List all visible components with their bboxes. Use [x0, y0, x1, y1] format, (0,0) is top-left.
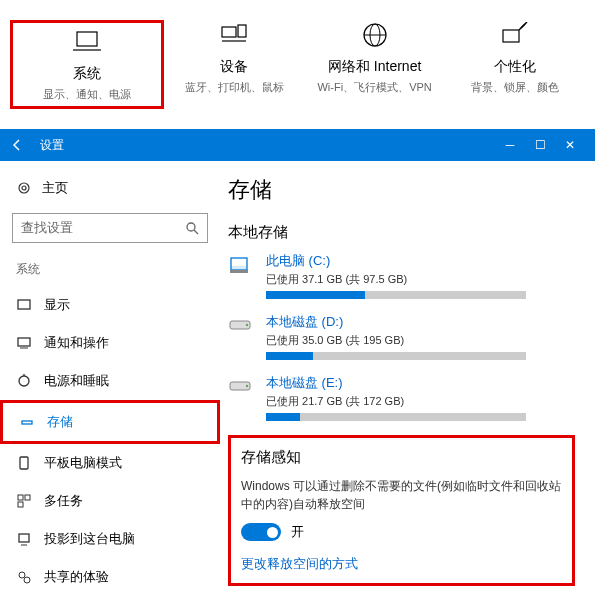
- nav-label: 存储: [47, 413, 73, 431]
- category-sub: 背景、锁屏、颜色: [445, 80, 585, 95]
- usage-bar: [266, 291, 526, 299]
- category-personalization[interactable]: 个性化 背景、锁屏、颜色: [445, 20, 585, 109]
- storage-sense-heading: 存储感知: [241, 448, 562, 467]
- drive-name: 本地磁盘 (D:): [266, 313, 575, 331]
- change-free-space-link[interactable]: 更改释放空间的方式: [241, 555, 562, 573]
- svg-rect-23: [25, 495, 30, 500]
- nav-label: 共享的体验: [44, 568, 109, 586]
- home-link[interactable]: 主页: [0, 173, 220, 203]
- svg-point-18: [19, 376, 29, 386]
- svg-rect-33: [230, 270, 248, 273]
- back-button[interactable]: [10, 138, 30, 152]
- search-icon: [185, 221, 199, 235]
- svg-rect-16: [18, 338, 30, 346]
- sidebar-item-7[interactable]: 共享的体验: [0, 558, 220, 594]
- globe-icon: [305, 20, 445, 50]
- content-pane: 存储 本地存储 此电脑 (C:)已使用 37.1 GB (共 97.5 GB)本…: [220, 161, 595, 594]
- drive-info: 已使用 21.7 GB (共 172 GB): [266, 394, 575, 409]
- svg-rect-15: [18, 300, 30, 309]
- category-network[interactable]: 网络和 Internet Wi-Fi、飞行模式、VPN: [305, 20, 445, 109]
- nav-icon: [16, 531, 32, 547]
- drive-icon: [228, 313, 256, 360]
- search-input[interactable]: 查找设置: [12, 213, 208, 243]
- home-label: 主页: [42, 179, 68, 197]
- search-placeholder: 查找设置: [21, 219, 73, 237]
- storage-sense-desc: Windows 可以通过删除不需要的文件(例如临时文件和回收站中的内容)自动释放…: [241, 477, 562, 513]
- toggle-label: 开: [291, 523, 304, 541]
- drive-icon: [228, 374, 256, 421]
- svg-rect-8: [503, 30, 519, 42]
- svg-point-12: [22, 186, 26, 190]
- drive-name: 本地磁盘 (E:): [266, 374, 575, 392]
- svg-rect-21: [20, 457, 28, 469]
- svg-rect-0: [77, 32, 97, 46]
- pen-icon: [445, 20, 585, 50]
- maximize-button[interactable]: ☐: [525, 138, 555, 152]
- usage-bar: [266, 352, 526, 360]
- sidebar-item-5[interactable]: 多任务: [0, 482, 220, 520]
- category-sub: Wi-Fi、飞行模式、VPN: [305, 80, 445, 95]
- nav-label: 投影到这台电脑: [44, 530, 135, 548]
- svg-rect-32: [231, 266, 247, 270]
- laptop-icon: [17, 27, 157, 57]
- drive-row[interactable]: 本地磁盘 (D:)已使用 35.0 GB (共 195 GB): [228, 313, 575, 360]
- svg-line-10: [519, 24, 525, 30]
- drive-info: 已使用 37.1 GB (共 97.5 GB): [266, 272, 575, 287]
- svg-point-11: [19, 183, 29, 193]
- svg-rect-25: [19, 534, 29, 542]
- nav-label: 显示: [44, 296, 70, 314]
- svg-rect-22: [18, 495, 23, 500]
- nav-icon: [16, 373, 32, 389]
- page-title: 存储: [228, 175, 575, 205]
- category-system[interactable]: 系统 显示、通知、电源: [10, 20, 164, 109]
- nav-icon: [16, 455, 32, 471]
- window-title: 设置: [40, 137, 495, 154]
- sidebar-item-0[interactable]: 显示: [0, 286, 220, 324]
- sidebar-item-1[interactable]: 通知和操作: [0, 324, 220, 362]
- sidebar-item-4[interactable]: 平板电脑模式: [0, 444, 220, 482]
- drive-row[interactable]: 本地磁盘 (E:)已使用 21.7 GB (共 172 GB): [228, 374, 575, 421]
- nav-label: 多任务: [44, 492, 83, 510]
- close-button[interactable]: ✕: [555, 138, 585, 152]
- nav-icon: [16, 297, 32, 313]
- drive-row[interactable]: 此电脑 (C:)已使用 37.1 GB (共 97.5 GB): [228, 252, 575, 299]
- local-storage-heading: 本地存储: [228, 223, 575, 242]
- settings-category-row: 系统 显示、通知、电源 设备 蓝牙、打印机、鼠标 网络和 Internet Wi…: [0, 0, 595, 129]
- category-devices[interactable]: 设备 蓝牙、打印机、鼠标: [164, 20, 304, 109]
- category-sub: 蓝牙、打印机、鼠标: [164, 80, 304, 95]
- sidebar-item-3[interactable]: 存储: [0, 400, 220, 444]
- svg-point-37: [246, 385, 248, 387]
- nav-icon: [16, 493, 32, 509]
- nav-icon: [19, 414, 35, 430]
- sidebar-section-title: 系统: [0, 261, 220, 286]
- sidebar-item-6[interactable]: 投影到这台电脑: [0, 520, 220, 558]
- sidebar: 主页 查找设置 系统 显示通知和操作电源和睡眠存储平板电脑模式多任务投影到这台电…: [0, 161, 220, 594]
- devices-icon: [164, 20, 304, 50]
- storage-sense-toggle[interactable]: 开: [241, 523, 562, 541]
- category-title: 系统: [17, 65, 157, 83]
- minimize-button[interactable]: ─: [495, 138, 525, 152]
- drive-name: 此电脑 (C:): [266, 252, 575, 270]
- category-sub: 显示、通知、电源: [17, 87, 157, 102]
- window-titlebar: 设置 ─ ☐ ✕: [0, 129, 595, 161]
- nav-icon: [16, 569, 32, 585]
- svg-rect-24: [18, 502, 23, 507]
- drive-icon: [228, 252, 256, 299]
- category-title: 个性化: [445, 58, 585, 76]
- svg-rect-3: [238, 25, 246, 37]
- nav-icon: [16, 335, 32, 351]
- category-title: 设备: [164, 58, 304, 76]
- gear-icon: [16, 180, 32, 196]
- category-title: 网络和 Internet: [305, 58, 445, 76]
- nav-label: 电源和睡眠: [44, 372, 109, 390]
- toggle-track: [241, 523, 281, 541]
- svg-point-13: [187, 223, 195, 231]
- usage-bar: [266, 413, 526, 421]
- sidebar-item-2[interactable]: 电源和睡眠: [0, 362, 220, 400]
- svg-rect-2: [222, 27, 236, 37]
- drive-info: 已使用 35.0 GB (共 195 GB): [266, 333, 575, 348]
- svg-point-27: [24, 577, 30, 583]
- nav-label: 通知和操作: [44, 334, 109, 352]
- svg-rect-20: [22, 421, 32, 424]
- svg-line-14: [194, 230, 198, 234]
